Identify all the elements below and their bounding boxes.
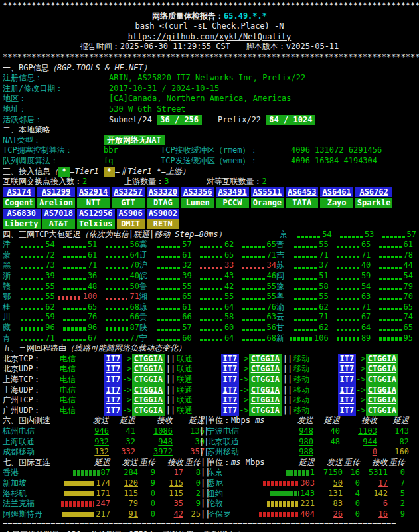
latency-bar — [294, 298, 318, 300]
latency-bar — [337, 256, 361, 258]
upstream-value: 3 — [164, 177, 169, 186]
route-from-badge: IT7 — [338, 375, 357, 385]
province-label: 川 — [3, 312, 13, 323]
latency-cell: 34 — [234, 260, 276, 271]
route-label: 广州TCP： — [3, 395, 60, 406]
intl-value: 7 — [388, 478, 405, 489]
latency-value: 54 — [404, 271, 413, 282]
route-label: 北京TCP： — [3, 354, 60, 365]
latency-bar — [106, 278, 129, 280]
intl-value: 17 — [360, 478, 388, 489]
column-separator: || — [201, 489, 207, 499]
speed-col: 延迟 — [313, 416, 340, 426]
route-to-badge: CTGGIA — [366, 395, 398, 406]
latency-bar — [379, 319, 403, 321]
latency-cell: 36 — [55, 271, 98, 282]
route-separator: || — [165, 364, 177, 375]
route-group: 移动IT7->CTGGIA — [293, 364, 398, 375]
latency-bar — [21, 339, 44, 341]
latency-value: 33 — [224, 260, 234, 271]
speed-header-right: 单位：Mbps ms发送延迟接收延迟 — [207, 416, 404, 426]
province-label: 桂 — [3, 302, 13, 313]
speed-half: 杭州电信946411086136 — [3, 426, 199, 437]
route-group: 联通IT7->CTGGIA — [177, 406, 282, 416]
latency-cell: 61 — [55, 250, 98, 261]
latency-value: 71 — [45, 333, 54, 344]
intl-latency-bar — [64, 481, 94, 486]
latency-value: 60 — [182, 333, 191, 344]
as-number-badge: AS174 — [3, 187, 35, 197]
route-to-badge: CTGGIA — [366, 354, 398, 365]
repo-link[interactable]: https://github.com/xykt/NetQuality — [128, 32, 292, 41]
latency-bar — [63, 267, 87, 269]
latency-group: 黑737170 — [3, 260, 139, 271]
latency-cell: 55 — [234, 292, 276, 302]
bgp-row-dates: 注册/修改日期：2017-10-31 / 2024-10-15 — [0, 84, 419, 94]
latency-value: 65 — [182, 292, 191, 302]
latency-cell: 66 — [97, 312, 139, 323]
latency-value: 42 — [224, 282, 234, 292]
latency-cell: 51 — [286, 271, 329, 282]
latency-value: 56 — [130, 240, 139, 250]
latency-row: 蒙726164辽616571吉717178 — [0, 250, 419, 261]
route-path: IT7->CTGGIA — [221, 375, 282, 385]
intl-latency-bar — [286, 470, 309, 476]
as-name-badge: Zayo — [320, 198, 353, 208]
province-label: 宁 — [139, 333, 149, 344]
latency-cell: 79 — [371, 282, 413, 292]
latency-cell: 74 — [371, 312, 413, 323]
province-label: 陕 — [139, 323, 149, 333]
latency-value: 40 — [361, 260, 371, 271]
latency-cell: 56 — [97, 240, 139, 250]
latency-cell: 37 — [286, 260, 329, 271]
latency-cell: 61 — [149, 250, 192, 261]
latency-bar — [294, 319, 318, 321]
latency-bar — [290, 337, 313, 341]
route-path: IT7->CTGGIA — [338, 385, 399, 396]
as-table-row: AS6830LibertyAS7018AT&TAS12956TelxiusAS9… — [0, 209, 419, 230]
latency-value: 56 — [267, 323, 276, 333]
province-label: 藏 — [3, 323, 13, 333]
latency-bar — [106, 319, 129, 321]
latency-cell: 65 — [55, 302, 98, 313]
route-group: 移动IT7->CTGGIA — [293, 395, 398, 406]
latency-value: 55 — [267, 292, 276, 302]
latency-group: 渝627165 — [276, 302, 413, 313]
as-name-badge: DTAG — [147, 198, 179, 208]
route-separator: || — [165, 406, 177, 416]
intl-col: 重传 — [343, 458, 360, 468]
latency-row: 津545156冀576265晋556561 — [0, 240, 419, 250]
intl-col: 发送 — [315, 458, 343, 468]
intl-row: 阿姆斯特丹2179104225||圣保罗404260169 — [0, 509, 419, 520]
intl-row: 新加坡17412091150||悉尼303500177 — [0, 478, 419, 489]
version-value: v2025-05-11 — [286, 42, 339, 51]
routes-note: （线路可能随网络负载动态变化） — [66, 343, 186, 353]
latency-bar — [200, 288, 224, 290]
latency-cell: 95 — [371, 333, 413, 344]
latency-value: 55 — [267, 282, 276, 292]
as-number-badge: AS6762 — [355, 187, 393, 197]
latency-bar — [200, 339, 224, 341]
latency-cell: 58 — [286, 282, 329, 292]
route-arrow-icon: -> — [239, 354, 248, 363]
speed-half: 宁波电信948401103143 — [207, 426, 404, 437]
latency-value: 96 — [88, 323, 97, 333]
latency-cell: 71 — [13, 333, 55, 344]
intl-node-name: 香港 — [3, 468, 53, 478]
rmem-value: 4096 131072 6291456 — [291, 145, 382, 155]
route-group: 移动IT7->CTGGIA — [293, 385, 398, 396]
latency-cell: 61 — [149, 302, 192, 313]
latency-value: 72 — [45, 250, 54, 261]
as-number-badge: AS12956 — [77, 209, 115, 219]
speed-value: 988 — [276, 447, 313, 458]
latency-bar — [200, 246, 224, 248]
latency-heading-wrap: 四、三网TCP大包延迟（依次为电信|联通|移动 Step=80ms） — [3, 230, 280, 240]
latency-cell: 57 — [149, 323, 192, 333]
latency-row: 浙393640皖394346闽515954 — [0, 271, 419, 282]
province-label: 苏 — [276, 260, 286, 271]
col-label: 发送 — [122, 458, 138, 467]
ixp-label: 互联网交换点接入数： — [3, 177, 82, 186]
latency-bar — [379, 278, 403, 280]
route-arrow-icon: -> — [356, 395, 365, 404]
intl-latency-cell: 171 — [53, 489, 110, 499]
